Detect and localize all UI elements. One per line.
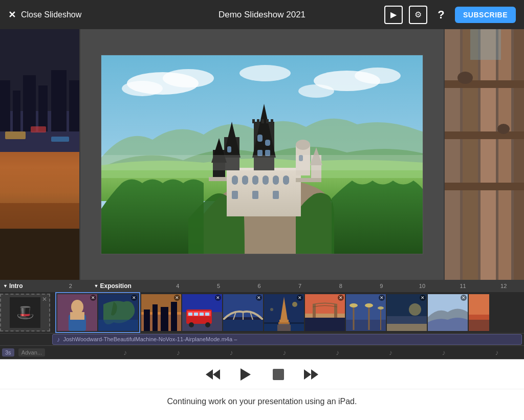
svg-rect-72: [70, 312, 84, 320]
slide-thumb-partial[interactable]: [469, 294, 489, 331]
play-preview-button[interactable]: ▶: [384, 6, 403, 24]
play-button[interactable]: [235, 364, 256, 385]
svg-rect-55: [271, 119, 273, 123]
slide-thumb-8[interactable]: ✕: [346, 294, 386, 331]
rewind-button[interactable]: [203, 364, 223, 385]
note-2: ♪: [154, 348, 204, 357]
svg-rect-101: [279, 320, 289, 322]
svg-point-67: [497, 124, 510, 134]
track-num-10: 10: [402, 280, 443, 292]
svg-point-66: [457, 72, 473, 84]
svg-point-106: [270, 308, 273, 311]
svg-rect-41: [227, 146, 231, 152]
svg-rect-63: [445, 80, 524, 88]
note-7: ♪: [419, 348, 469, 357]
svg-rect-104: [264, 324, 304, 331]
left-divider: [79, 29, 80, 280]
svg-rect-49: [209, 177, 227, 181]
svg-rect-59: [463, 29, 478, 280]
svg-rect-62: [514, 29, 524, 280]
svg-point-91: [205, 322, 210, 327]
slide-thumb-6[interactable]: ✕: [264, 294, 304, 331]
track-num-8: 8: [320, 280, 361, 292]
slide-thumb-10[interactable]: ✕: [428, 294, 468, 331]
slide-thumb-person[interactable]: ✕: [57, 294, 97, 331]
slide-thumb-3[interactable]: ✕: [141, 294, 181, 331]
left-slide-image: [0, 29, 79, 280]
slide-thumb-map[interactable]: ✕: [98, 294, 138, 331]
close-label: Close Slideshow: [21, 10, 81, 19]
slide-close-3[interactable]: ✕: [174, 295, 180, 301]
slide-close-2[interactable]: ✕: [131, 295, 137, 301]
slide-close-9[interactable]: ✕: [420, 295, 426, 301]
svg-marker-134: [241, 368, 251, 381]
track-num-4: 4: [158, 280, 199, 292]
right-slide-image: [445, 29, 524, 280]
slide-thumb-5[interactable]: ✕: [223, 294, 263, 331]
slide-thumb-7[interactable]: ✕: [305, 294, 345, 331]
stop-button[interactable]: [268, 364, 289, 385]
note-3: ♪: [206, 348, 256, 357]
slide-thumb-9[interactable]: ✕: [387, 294, 427, 331]
svg-rect-110: [305, 314, 345, 318]
intro-slide-inner: 🎩: [10, 297, 40, 328]
svg-marker-133: [206, 369, 213, 380]
svg-rect-28: [273, 175, 279, 185]
svg-point-20: [298, 84, 334, 98]
slide-close-10[interactable]: ✕: [461, 295, 467, 301]
svg-rect-3: [13, 91, 20, 131]
intro-slide[interactable]: 🎩 ✕: [0, 294, 50, 331]
svg-rect-11: [5, 131, 26, 139]
header: ✕ Close Slideshow Demo Slideshow 2021 ▶ …: [0, 0, 524, 29]
subscribe-button[interactable]: SUBSCRIBE: [455, 7, 516, 23]
slide-type-indicator: Advan...: [18, 348, 45, 357]
svg-point-70: [71, 300, 83, 314]
note-6: ♪: [366, 348, 416, 357]
svg-point-90: [189, 322, 194, 327]
svg-rect-6: [51, 70, 67, 131]
svg-point-119: [365, 303, 373, 307]
track-num-6: 6: [239, 280, 280, 292]
note-5: ♪: [313, 348, 363, 357]
close-slideshow-button[interactable]: ✕ Close Slideshow: [8, 9, 81, 20]
svg-point-21: [239, 65, 291, 81]
svg-point-117: [350, 303, 358, 307]
slide-thumb-4[interactable]: ✕: [182, 294, 222, 331]
svg-point-105: [292, 302, 297, 307]
svg-rect-80: [161, 307, 168, 331]
filmstrip-row: 🎩 ✕ ✕: [0, 292, 524, 334]
right-slide-panel: [445, 29, 524, 280]
slide-close-4[interactable]: ✕: [215, 295, 221, 301]
svg-marker-132: [213, 369, 220, 380]
bottom-caption: Continuing work on your presentation usi…: [0, 389, 524, 413]
svg-rect-125: [387, 316, 427, 324]
track-num-11: 11: [443, 280, 484, 292]
intro-close-icon[interactable]: ✕: [42, 296, 47, 303]
help-button[interactable]: ?: [433, 7, 449, 23]
music-note-icon: ♪: [57, 336, 60, 343]
svg-rect-64: [445, 131, 524, 139]
slide-close-8[interactable]: ✕: [379, 295, 385, 301]
svg-point-19: [355, 68, 401, 84]
slide-close-5[interactable]: ✕: [256, 295, 262, 301]
svg-rect-13: [51, 137, 69, 142]
close-icon: ✕: [8, 9, 16, 20]
svg-rect-65: [445, 183, 524, 190]
svg-rect-31: [252, 191, 258, 199]
svg-rect-2: [0, 80, 10, 131]
svg-rect-51: [252, 119, 255, 123]
svg-rect-74: [98, 320, 138, 331]
svg-rect-12: [31, 126, 46, 132]
svg-rect-32: [273, 191, 279, 199]
svg-rect-68: [470, 29, 501, 60]
settings-button[interactable]: ⚙: [409, 6, 427, 24]
fast-forward-button[interactable]: [301, 364, 321, 385]
svg-rect-24: [232, 175, 238, 185]
slide-close-7[interactable]: ✕: [338, 295, 344, 301]
slide-close-1[interactable]: ✕: [90, 295, 96, 301]
svg-point-43: [296, 140, 310, 150]
svg-rect-79: [152, 304, 158, 331]
svg-rect-25: [242, 175, 248, 185]
slide-close-6[interactable]: ✕: [297, 295, 303, 301]
music-track-row: ♪ JoshWoodward-TheBeautifulMachine-NoVox…: [0, 333, 524, 345]
